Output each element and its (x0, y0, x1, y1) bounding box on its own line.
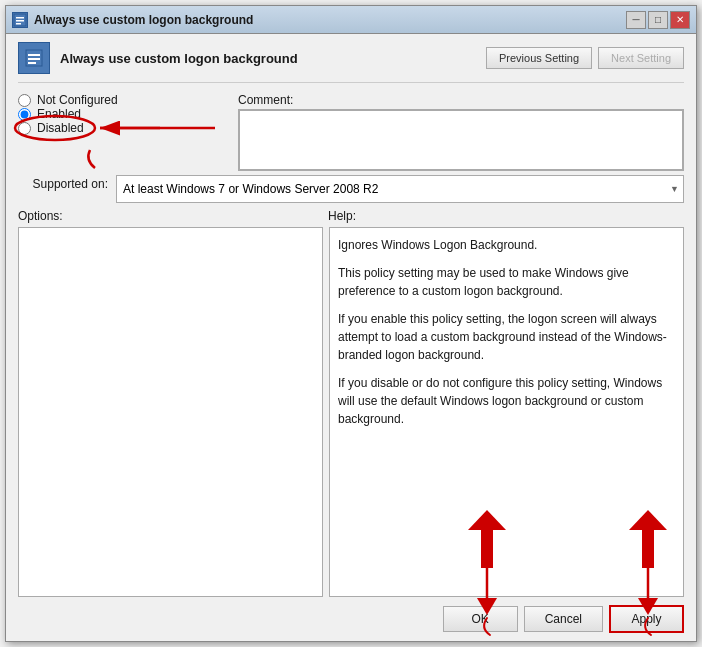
radio-not-configured-label: Not Configured (37, 93, 118, 107)
svg-rect-7 (28, 62, 36, 64)
title-bar-buttons: ─ □ ✕ (626, 11, 690, 29)
ok-button[interactable]: OK (443, 606, 518, 632)
radio-enabled[interactable]: Enabled (18, 107, 238, 121)
supported-on-value: At least Windows 7 or Windows Server 200… (116, 175, 684, 203)
radio-not-configured-input[interactable] (18, 94, 31, 107)
help-para-4: If you disable or do not configure this … (338, 374, 675, 428)
svg-rect-6 (28, 58, 40, 60)
options-label: Options: (18, 209, 328, 223)
cancel-button[interactable]: Cancel (524, 606, 603, 632)
options-box (18, 227, 323, 597)
help-para-1: Ignores Windows Logon Background. (338, 236, 675, 254)
main-window: Always use custom logon background ─ □ ✕… (5, 5, 697, 642)
supported-on-label: Supported on: (18, 175, 108, 191)
radio-enabled-label: Enabled (37, 107, 81, 121)
title-bar: Always use custom logon background ─ □ ✕ (6, 6, 696, 34)
header-title: Always use custom logon background (60, 51, 486, 66)
apply-button[interactable]: Apply (609, 605, 684, 633)
radio-section: Not Configured Enabled Disabled (18, 93, 238, 171)
supported-on-text: At least Windows 7 or Windows Server 200… (123, 182, 378, 196)
minimize-button[interactable]: ─ (626, 11, 646, 29)
comment-label: Comment: (238, 93, 684, 107)
content-area: Always use custom logon background Previ… (6, 34, 696, 641)
help-label: Help: (328, 209, 684, 223)
comment-area-wrapper (238, 109, 684, 171)
help-box: Ignores Windows Logon Background. This p… (329, 227, 684, 597)
close-button[interactable]: ✕ (670, 11, 690, 29)
top-section: Not Configured Enabled Disabled Comment: (18, 93, 684, 171)
comment-textarea[interactable] (239, 110, 683, 170)
options-help-labels: Options: Help: (18, 209, 684, 223)
help-para-2: This policy setting may be used to make … (338, 264, 675, 300)
next-setting-button[interactable]: Next Setting (598, 47, 684, 69)
header-row: Always use custom logon background Previ… (18, 42, 684, 83)
radio-disabled-label: Disabled (37, 121, 84, 135)
supported-on-row: Supported on: At least Windows 7 or Wind… (18, 175, 684, 203)
bottom-row: OK Cancel Apply (18, 597, 684, 633)
window-icon (12, 12, 28, 28)
help-para-3: If you enable this policy setting, the l… (338, 310, 675, 364)
radio-enabled-input[interactable] (18, 108, 31, 121)
comment-column: Comment: (238, 93, 684, 171)
header-icon (18, 42, 50, 74)
radio-disabled-input[interactable] (18, 122, 31, 135)
previous-setting-button[interactable]: Previous Setting (486, 47, 592, 69)
svg-rect-2 (16, 20, 24, 22)
radio-disabled[interactable]: Disabled (18, 121, 238, 135)
svg-rect-5 (28, 54, 40, 56)
title-bar-text: Always use custom logon background (34, 13, 626, 27)
radio-not-configured[interactable]: Not Configured (18, 93, 238, 107)
maximize-button[interactable]: □ (648, 11, 668, 29)
options-help-row: Ignores Windows Logon Background. This p… (18, 227, 684, 597)
svg-rect-1 (16, 17, 24, 19)
svg-rect-3 (16, 23, 21, 25)
header-buttons: Previous Setting Next Setting (486, 47, 684, 69)
